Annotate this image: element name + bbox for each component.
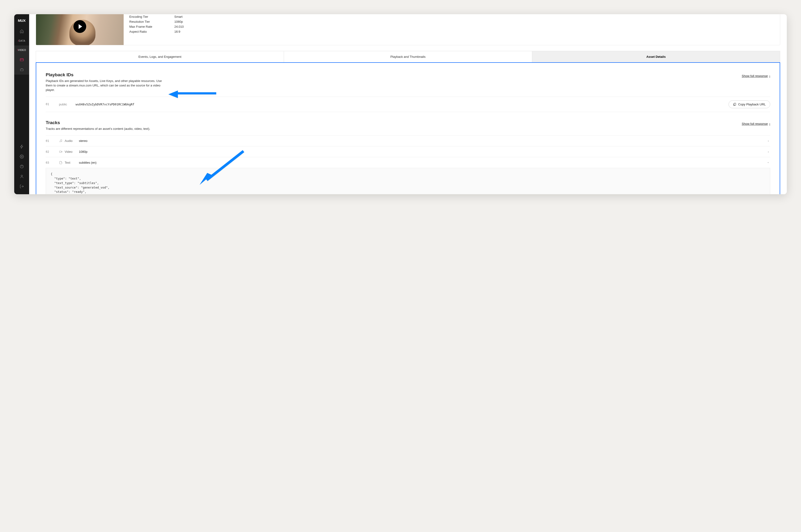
chevron-right-icon: ›	[766, 150, 770, 153]
assets-icon[interactable]	[14, 55, 29, 65]
playback-id-row: 01 public wuO48v5ZoZybDVR7vcYsPD01RC1Wbk…	[46, 97, 770, 112]
meta-row: Aspect Ratio16:9	[129, 29, 780, 34]
svg-point-6	[60, 141, 60, 142]
playback-ids-section: Playback IDs Playback IDs are generated …	[46, 72, 770, 112]
settings-icon[interactable]	[14, 152, 29, 162]
account-icon[interactable]	[14, 171, 29, 182]
asset-header: Encoding TierSmart Resolution Tier1080p …	[36, 14, 780, 45]
chevron-down-icon: ›	[766, 161, 770, 165]
section-title: Playback IDs	[46, 72, 162, 77]
asset-tabs: Events, Logs, and Engagement Playback an…	[36, 51, 780, 62]
play-icon[interactable]	[73, 20, 86, 33]
chevron-right-icon: ›	[769, 74, 770, 78]
main-content: Encoding TierSmart Resolution Tier1080p …	[29, 14, 787, 194]
track-value: stereo	[79, 139, 766, 142]
text-icon	[59, 161, 65, 165]
sidebar: MUX /DATA /VIDEO	[14, 14, 29, 194]
audio-icon	[59, 139, 65, 142]
track-json-response: { "type": "text", "text_type": "subtitle…	[46, 168, 770, 194]
track-type: Text	[65, 161, 79, 165]
svg-rect-5	[734, 103, 736, 105]
live-icon[interactable]	[14, 65, 29, 75]
asset-metadata: Encoding TierSmart Resolution Tier1080p …	[129, 14, 780, 45]
section-title: Tracks	[46, 120, 150, 125]
asset-details-panel: Playback IDs Playback IDs are generated …	[36, 62, 780, 194]
row-number: 02	[46, 150, 59, 153]
help-icon[interactable]	[14, 162, 29, 171]
playback-id-value: wuO48v5ZoZybDVR7vcYsPD01RC1WbkgRf	[76, 102, 728, 106]
nav-data[interactable]: /DATA	[14, 36, 29, 45]
svg-point-7	[61, 141, 62, 142]
track-type: Audio	[65, 139, 79, 142]
track-row-video[interactable]: 02 Video 1080p ›	[46, 146, 770, 157]
tab-asset-details[interactable]: Asset Details	[532, 51, 780, 62]
svg-rect-1	[20, 69, 23, 71]
logo: MUX	[18, 14, 25, 26]
show-full-response-link[interactable]: Show full response ›	[742, 122, 770, 126]
meta-row: Max Frame Rate24.010	[129, 24, 780, 29]
section-desc: Playback IDs are generated for Assets, L…	[46, 79, 162, 92]
tab-events[interactable]: Events, Logs, and Engagement	[36, 51, 284, 62]
video-thumbnail[interactable]	[36, 14, 123, 45]
app-window: MUX /DATA /VIDEO	[14, 14, 787, 194]
copy-playback-url-button[interactable]: Copy Playback URL	[728, 100, 770, 108]
svg-rect-0	[20, 59, 23, 61]
logout-icon[interactable]	[14, 182, 29, 191]
svg-point-2	[21, 156, 22, 157]
nav-video-section: /VIDEO	[14, 45, 29, 75]
track-value: subtitles (en)	[79, 161, 766, 165]
video-icon	[59, 150, 65, 153]
svg-point-4	[21, 175, 22, 176]
clipboard-icon	[733, 102, 736, 106]
chevron-right-icon: ›	[766, 139, 770, 142]
section-desc: Tracks are different representations of …	[46, 127, 150, 131]
playback-policy-label: public	[59, 102, 76, 106]
home-icon[interactable]	[14, 26, 29, 36]
meta-row: Encoding TierSmart	[129, 14, 780, 19]
bolt-icon[interactable]	[14, 141, 29, 152]
tracks-section: Tracks Tracks are different representati…	[46, 120, 770, 194]
row-number: 03	[46, 161, 59, 165]
row-number: 01	[46, 102, 59, 106]
track-row-text[interactable]: 03 Text subtitles (en) ›	[46, 157, 770, 168]
chevron-right-icon: ›	[769, 122, 770, 126]
row-number: 01	[46, 139, 59, 142]
svg-rect-8	[59, 151, 61, 153]
tab-playback[interactable]: Playback and Thumbnails	[284, 51, 532, 62]
nav-video[interactable]: /VIDEO	[14, 45, 29, 55]
show-full-response-link[interactable]: Show full response ›	[742, 74, 770, 78]
meta-row: Resolution Tier1080p	[129, 19, 780, 24]
track-row-audio[interactable]: 01 Audio stereo ›	[46, 135, 770, 146]
track-type: Video	[65, 150, 79, 153]
track-value: 1080p	[79, 150, 766, 153]
